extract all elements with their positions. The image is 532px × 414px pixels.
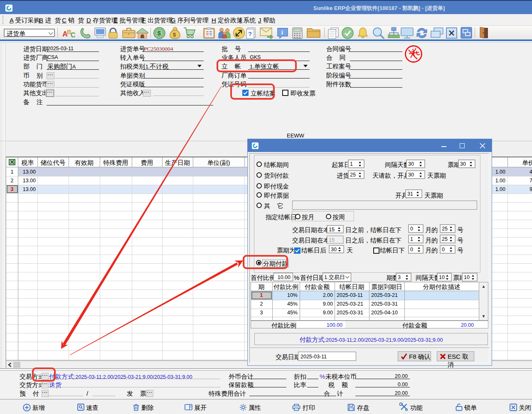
svg-text:?: ? xyxy=(248,30,252,37)
svg-text:C: C xyxy=(71,32,76,39)
svg-text:i: i xyxy=(281,29,283,36)
svg-text:$: $ xyxy=(173,32,176,38)
svg-text:$: $ xyxy=(158,29,161,37)
